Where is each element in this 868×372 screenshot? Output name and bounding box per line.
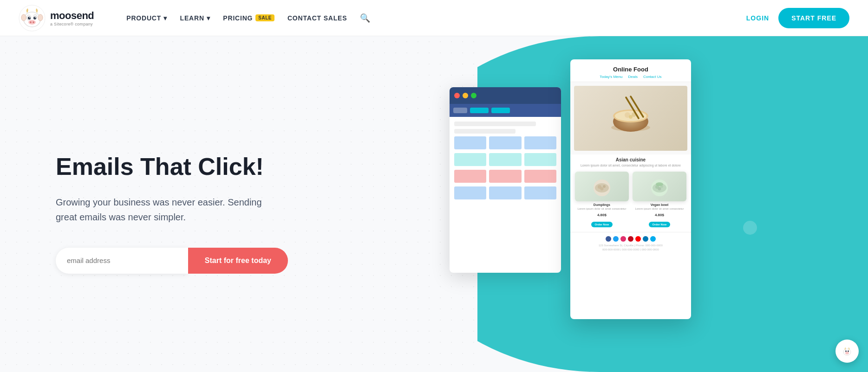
chat-icon bbox=[841, 345, 853, 357]
nav-contact[interactable]: CONTACT SALES bbox=[287, 14, 347, 22]
editor-cell-3 bbox=[524, 136, 556, 149]
bowl-svg bbox=[605, 93, 656, 144]
svg-point-31 bbox=[658, 187, 661, 190]
editor-cell-12 bbox=[524, 186, 556, 199]
svg-point-8 bbox=[33, 17, 36, 19]
food-hero-image bbox=[574, 86, 687, 151]
logo-icon bbox=[19, 5, 46, 32]
food-item-2-image bbox=[633, 172, 686, 201]
pinterest-icon bbox=[628, 236, 633, 242]
toolbar-pill-1 bbox=[453, 108, 467, 113]
facebook-icon bbox=[606, 236, 611, 242]
start-free-today-button[interactable]: Start for free today bbox=[188, 248, 288, 274]
youtube-icon bbox=[635, 236, 641, 242]
svg-point-37 bbox=[848, 351, 849, 352]
food-email-nav: Today's Menu Deals Contact Us bbox=[575, 75, 686, 79]
food-item-2-name: Vegan bowl bbox=[633, 203, 686, 206]
food-social-icons bbox=[570, 232, 691, 244]
food-item-2-order-btn[interactable]: Order Now bbox=[649, 222, 671, 227]
svg-point-5 bbox=[30, 21, 32, 23]
svg-point-4 bbox=[28, 20, 36, 25]
editor-cell-8 bbox=[489, 170, 521, 183]
toolbar-pill-3 bbox=[491, 108, 510, 113]
social-extra-icon bbox=[650, 236, 656, 242]
food-desc: Lorem ipsum dolor sit amet, consectetur … bbox=[570, 163, 691, 172]
food-item-1-desc: Lorem ipsum dolor sit amet consectetur bbox=[575, 207, 629, 211]
food-nav-menu: Today's Menu bbox=[600, 75, 622, 79]
email-editor-mockup bbox=[450, 87, 561, 273]
max-btn bbox=[471, 93, 476, 98]
start-free-button[interactable]: START FREE bbox=[778, 8, 849, 28]
svg-point-35 bbox=[845, 352, 849, 354]
editor-cell-10 bbox=[454, 186, 486, 199]
svg-point-10 bbox=[35, 17, 36, 18]
logo-name: moosend bbox=[50, 10, 94, 22]
nav-product[interactable]: PRODUCT ▾ bbox=[126, 14, 167, 22]
editor-cell-7 bbox=[454, 170, 486, 183]
editor-cell-11 bbox=[489, 186, 521, 199]
food-email-title: Online Food bbox=[575, 66, 686, 73]
nav-links: PRODUCT ▾ LEARN ▾ PRICING SALE CONTACT S… bbox=[126, 13, 370, 23]
sale-badge: SALE bbox=[255, 14, 274, 21]
food-caption: Asian cuisine bbox=[570, 154, 691, 163]
logo-sub: a Sitecore® company bbox=[50, 22, 94, 26]
food-items: Dumplings Lorem ipsum dolor sit amet con… bbox=[570, 172, 691, 232]
svg-point-26 bbox=[600, 187, 603, 190]
hero-right: Online Food Today's Menu Deals Contact U… bbox=[477, 36, 868, 372]
food-item-2: Vegan bowl Lorem ipsum dolor sit amet co… bbox=[633, 172, 686, 227]
food-footer-line2: 000-000-0000 | 000-000-0000 | 000-000-00… bbox=[575, 248, 686, 252]
navbar: moosend a Sitecore® company PRODUCT ▾ LE… bbox=[0, 0, 868, 36]
svg-point-7 bbox=[28, 17, 31, 19]
editor-line-2 bbox=[454, 129, 516, 134]
email-input[interactable] bbox=[56, 248, 188, 274]
food-item-2-price: 4.80$ bbox=[633, 213, 686, 217]
nav-pricing[interactable]: PRICING SALE bbox=[223, 14, 274, 22]
login-button[interactable]: LOGIN bbox=[746, 14, 769, 22]
food-footer-line1: 123 Somewhere St, Cityville | Phone: 000… bbox=[575, 244, 686, 248]
svg-point-12 bbox=[38, 14, 43, 21]
close-btn bbox=[454, 93, 460, 98]
food-item-1-image bbox=[575, 172, 629, 201]
email-mockups: Online Food Today's Menu Deals Contact U… bbox=[450, 59, 682, 338]
svg-point-9 bbox=[29, 17, 30, 18]
instagram-icon bbox=[620, 236, 626, 242]
linkedin-icon bbox=[643, 236, 648, 242]
logo[interactable]: moosend a Sitecore® company bbox=[19, 5, 94, 32]
editor-cell-5 bbox=[489, 153, 521, 166]
food-email-header: Online Food Today's Menu Deals Contact U… bbox=[570, 59, 691, 82]
chat-bubble[interactable] bbox=[835, 340, 859, 363]
editor-line-1 bbox=[454, 122, 536, 126]
hero-subheadline: Growing your business was never easier. … bbox=[56, 195, 279, 224]
food-item-1-name: Dumplings bbox=[575, 203, 629, 206]
hero-cta: Start for free today bbox=[56, 248, 288, 274]
svg-point-25 bbox=[603, 185, 606, 188]
twitter-icon bbox=[613, 236, 619, 242]
food-item-1-order-btn[interactable]: Order Now bbox=[591, 222, 613, 227]
hero-section: Emails That Click! Growing your business… bbox=[0, 36, 868, 372]
editor-cell-9 bbox=[524, 170, 556, 183]
blob-3 bbox=[743, 221, 757, 235]
food-nav-deals: Deals bbox=[628, 75, 637, 79]
min-btn bbox=[463, 93, 468, 98]
svg-point-1 bbox=[24, 12, 40, 27]
svg-point-6 bbox=[33, 21, 34, 23]
svg-point-19 bbox=[629, 115, 633, 119]
svg-point-32 bbox=[656, 182, 663, 186]
svg-point-11 bbox=[21, 14, 26, 21]
nav-right: LOGIN START FREE bbox=[746, 8, 849, 28]
food-image-wrapper bbox=[570, 82, 691, 154]
editor-cell-6 bbox=[524, 153, 556, 166]
toolbar-pill-2 bbox=[470, 108, 489, 113]
hero-headline: Emails That Click! bbox=[56, 153, 440, 181]
food-item-2-desc: Lorem ipsum dolor sit amet consectetur bbox=[633, 207, 686, 211]
editor-cell-2 bbox=[489, 136, 521, 149]
editor-cell-4 bbox=[454, 153, 486, 166]
nav-learn[interactable]: LEARN ▾ bbox=[180, 14, 210, 22]
editor-cell-1 bbox=[454, 136, 486, 149]
svg-point-36 bbox=[845, 351, 847, 352]
hero-left: Emails That Click! Growing your business… bbox=[0, 36, 477, 372]
food-item-1-price: 4.80$ bbox=[575, 213, 629, 217]
search-icon[interactable]: 🔍 bbox=[360, 13, 370, 23]
food-footer-text: 123 Somewhere St, Cityville | Phone: 000… bbox=[570, 244, 691, 256]
food-item-1: Dumplings Lorem ipsum dolor sit amet con… bbox=[575, 172, 629, 227]
